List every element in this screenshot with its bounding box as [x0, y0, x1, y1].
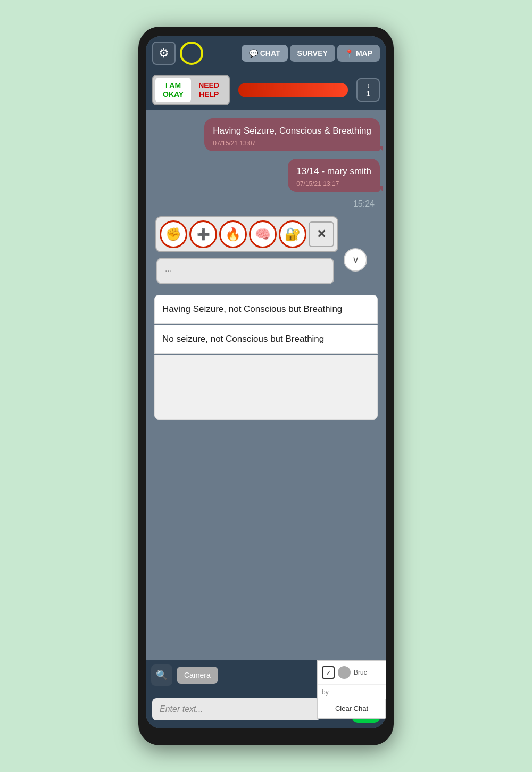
- action-panel: ✊ ➕ 🔥 🧠 🔐: [152, 216, 338, 286]
- brain-icon: 🧠: [255, 227, 271, 242]
- side-panel-item-2: by: [318, 685, 386, 699]
- status-toggle[interactable]: I AM OKAY NEED HELP: [152, 75, 230, 105]
- clear-chat-button[interactable]: Clear Chat: [318, 699, 386, 718]
- header: ⚙ 💬 CHAT SURVEY 📍 MAP: [146, 36, 386, 70]
- close-button[interactable]: ✕: [309, 221, 334, 247]
- person-name-1: Bruc: [354, 669, 367, 676]
- brain-button[interactable]: 🧠: [249, 220, 277, 248]
- close-icon: ✕: [317, 227, 326, 241]
- suggestion-item-2[interactable]: No seizure, not Conscious but Breathing: [154, 325, 378, 354]
- lower-bar: 🔍 ✓ Bruc by Clear Chat Camera: [146, 660, 386, 690]
- message-2-container: 13/14 - mary smith 07/15/21 13:17: [152, 159, 380, 192]
- scroll-down-container: ∨: [344, 248, 367, 272]
- suggestions-dropdown: Having Seizure, not Conscious but Breath…: [154, 294, 378, 420]
- tab-map[interactable]: 📍 MAP: [337, 45, 380, 62]
- nav-tabs: 💬 CHAT SURVEY 📍 MAP: [242, 45, 380, 62]
- phone-inner: ⚙ 💬 CHAT SURVEY 📍 MAP I: [146, 36, 386, 728]
- phone-frame: ⚙ 💬 CHAT SURVEY 📍 MAP I: [138, 27, 394, 745]
- chat-area: Having Seizure, Conscious & Breathing 07…: [146, 110, 386, 660]
- search-button[interactable]: 🔍: [151, 664, 172, 686]
- status-need[interactable]: NEED HELP: [191, 78, 227, 102]
- message-1-container: Having Seizure, Conscious & Breathing 07…: [152, 118, 380, 151]
- lock-icon: 🔐: [285, 227, 301, 242]
- suggestion-item-1[interactable]: Having Seizure, not Conscious but Breath…: [154, 295, 378, 324]
- suggestion-empty: [154, 355, 378, 420]
- message-bubble-1: Having Seizure, Conscious & Breathing 07…: [204, 118, 380, 151]
- check-icon: ✓: [322, 666, 335, 679]
- side-panel: ✓ Bruc by Clear Chat: [317, 660, 386, 719]
- tab-survey[interactable]: SURVEY: [290, 45, 335, 62]
- sort-button[interactable]: ↕ 1: [356, 78, 380, 102]
- search-icon: 🔍: [156, 669, 168, 681]
- tab-chat[interactable]: 💬 CHAT: [242, 45, 288, 62]
- map-icon: 📍: [345, 49, 354, 58]
- circle-button[interactable]: [180, 42, 203, 65]
- medical-button[interactable]: ➕: [189, 220, 217, 248]
- side-panel-item-1: ✓ Bruc: [318, 661, 386, 685]
- fire-icon: 🔥: [225, 227, 241, 242]
- camera-button[interactable]: Camera: [177, 667, 218, 684]
- status-okay[interactable]: I AM OKAY: [155, 78, 191, 102]
- status-slider[interactable]: [238, 83, 348, 97]
- gear-icon: ⚙: [159, 46, 169, 60]
- action-row: ✊ ➕ 🔥 🧠 🔐: [152, 216, 380, 286]
- message-input-field[interactable]: ...: [156, 258, 334, 284]
- user-avatar: [338, 666, 351, 679]
- gear-button[interactable]: ⚙: [152, 42, 176, 65]
- lock-button[interactable]: 🔐: [279, 220, 306, 248]
- fist-button[interactable]: ✊: [160, 220, 187, 248]
- action-buttons: ✊ ➕ 🔥 🧠 🔐: [155, 216, 338, 252]
- sort-icon: ↕: [367, 82, 370, 89]
- medical-icon: ➕: [197, 228, 210, 241]
- chevron-down-icon: ∨: [352, 254, 359, 266]
- scroll-down-button[interactable]: ∨: [344, 248, 367, 272]
- message-bubble-2: 13/14 - mary smith 07/15/21 13:17: [288, 159, 380, 192]
- text-input[interactable]: Enter text...: [152, 698, 320, 720]
- time-divider: 15:24: [152, 199, 380, 209]
- fire-button[interactable]: 🔥: [219, 220, 247, 248]
- fist-icon: ✊: [165, 227, 181, 242]
- status-bar: I AM OKAY NEED HELP ↕ 1: [146, 70, 386, 110]
- chat-icon: 💬: [249, 49, 258, 58]
